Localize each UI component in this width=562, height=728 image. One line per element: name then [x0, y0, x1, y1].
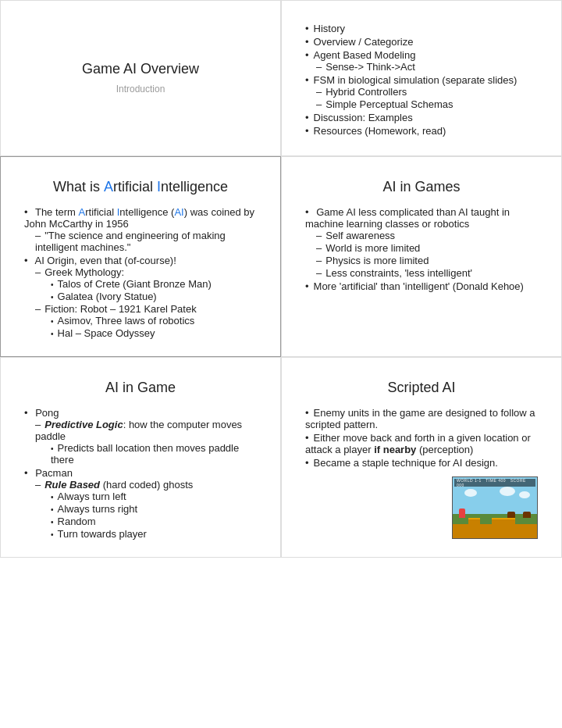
game-ai-title: Game AI Overview: [82, 61, 199, 77]
list-item: Enemy units in the game are designed to …: [305, 407, 538, 430]
list-subsubitem: Always turns right: [51, 503, 257, 515]
top-right-cell: History Overview / Categorize Agent Base…: [281, 0, 562, 156]
list-subitem: Fiction: Robot – 1921 Karel Patek Asimov…: [35, 303, 257, 339]
ai-definition-title: What is Artificial Intelligence: [24, 179, 257, 195]
bottom-right-cell: Scripted AI Enemy units in the game are …: [281, 357, 562, 558]
list-item: Agent Based Modeling Sense-> Think->Act: [305, 49, 538, 73]
list-subitem: Hybrid Controllers: [316, 86, 538, 98]
list-item: Game AI less complicated than AI taught …: [305, 206, 538, 279]
ai-in-game-title: AI in Game: [24, 380, 257, 396]
cloud-2: [500, 487, 515, 496]
ai-definition-list: The term Artificial Intelligence (AI) wa…: [24, 206, 257, 339]
list-subitem: "The science and engineering of making i…: [35, 230, 257, 253]
list-subitem: Self awareness: [316, 230, 538, 241]
predictive-logic-label: Predictive Logic: [44, 419, 123, 430]
list-item: Became a staple technique for AI design.: [305, 457, 538, 469]
mid-left-cell: What is Artificial Intelligence The term…: [0, 156, 281, 357]
list-item: Either move back and forth in a given lo…: [305, 432, 538, 455]
game-hud: WORLD 1-1 TIME 400 SCORE 000: [454, 479, 535, 487]
list-item: Overview / Categorize: [305, 36, 538, 48]
highlight-i2: I: [117, 206, 120, 218]
cloud-1: [464, 489, 477, 497]
hud-text: WORLD 1-1 TIME 400 SCORE 000: [457, 478, 533, 487]
highlight-a2: A: [79, 206, 86, 218]
game-screenshot: WORLD 1-1 TIME 400 SCORE 000: [452, 476, 538, 539]
introduction-subtitle: Introduction: [116, 84, 165, 95]
list-subitem: Predictive Logic: how the computer moves…: [35, 419, 257, 466]
scripted-ai-list: Enemy units in the game are designed to …: [305, 407, 538, 469]
game-ground: [453, 524, 537, 538]
list-item: Pong Predictive Logic: how the computer …: [24, 407, 257, 466]
list-subitem: Rule Based (hard coded) ghosts Always tu…: [35, 479, 257, 540]
list-item: The term Artificial Intelligence (AI) wa…: [24, 206, 257, 253]
platform-2: [492, 518, 515, 524]
list-subsubitem: Galatea (Ivory Statue): [51, 291, 257, 302]
list-subitem: Less constraints, 'less intelligent': [316, 267, 538, 279]
list-subsubitem: Asimov, Three laws of robotics: [51, 315, 257, 327]
list-subitem: Simple Perceptual Schemas: [316, 98, 538, 110]
list-item: Discussion: Examples: [305, 112, 538, 123]
cloud-3: [519, 491, 530, 498]
highlight-a: A: [104, 179, 113, 194]
bottom-left-cell: AI in Game Pong Predictive Logic: how th…: [0, 357, 281, 558]
list-subsubitem: Always turn left: [51, 491, 257, 502]
ai-in-game-list: Pong Predictive Logic: how the computer …: [24, 407, 257, 540]
highlight-ai: AI: [174, 206, 183, 218]
list-subsubitem: Talos of Crete (Giant Bronze Man): [51, 278, 257, 290]
ai-in-games-title: AI in Games: [305, 179, 538, 195]
ai-in-games-list: Game AI less complicated than AI taught …: [305, 206, 538, 292]
list-subsubitem: Hal – Space Odyssey: [51, 327, 257, 339]
game-enemy-2: [523, 512, 531, 518]
list-item: FSM in biological simulation (separate s…: [305, 74, 538, 110]
top-left-cell: Game AI Overview Introduction: [0, 0, 281, 156]
list-subitem: Sense-> Think->Act: [316, 61, 538, 73]
list-item: More 'artificial' than 'intelligent' (Do…: [305, 280, 538, 292]
mid-right-cell: AI in Games Game AI less complicated tha…: [281, 156, 562, 357]
rule-based-label: Rule Based: [44, 479, 100, 491]
overview-list: History Overview / Categorize Agent Base…: [305, 23, 538, 137]
list-subitem: Physics is more limited: [316, 255, 538, 266]
list-subsubitem: Random: [51, 516, 257, 527]
platform-1: [468, 518, 480, 524]
game-character: [459, 509, 465, 518]
list-subitem: World is more limited: [316, 242, 538, 254]
list-item: Resources (Homework, read): [305, 125, 538, 137]
list-subsubitem: Turn towards player: [51, 528, 257, 540]
highlight-i: I: [157, 179, 161, 194]
list-item: AI Origin, even that (of-course)! Greek …: [24, 255, 257, 339]
game-screenshot-inner: WORLD 1-1 TIME 400 SCORE 000: [453, 477, 537, 538]
if-nearby-label: if nearby: [374, 444, 416, 455]
list-item: Pacman Rule Based (hard coded) ghosts Al…: [24, 467, 257, 540]
list-subsubitem: Predicts ball location then moves paddle…: [51, 442, 257, 466]
list-item: History: [305, 23, 538, 34]
scripted-ai-title: Scripted AI: [305, 380, 538, 396]
list-subitem: Greek Mythology: Talos of Crete (Giant B…: [35, 266, 257, 302]
game-enemy-1: [507, 512, 515, 518]
